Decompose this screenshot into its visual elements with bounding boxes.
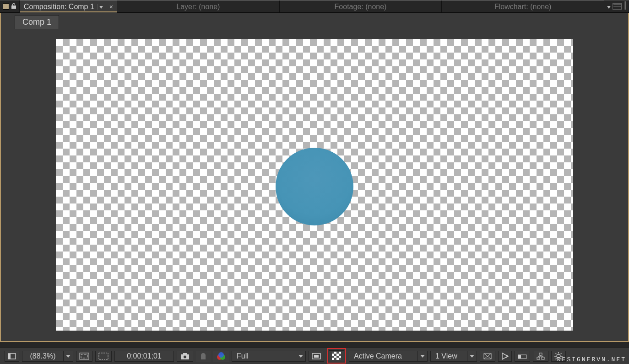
timecode-display[interactable]: 0;00;01;01 — [114, 351, 174, 362]
view-value[interactable]: 1 View — [430, 351, 467, 362]
svg-rect-27 — [539, 353, 542, 355]
composition-panel: Comp 1 — [0, 13, 629, 342]
svg-point-10 — [218, 352, 224, 358]
comp-breadcrumb: Comp 1 — [1, 13, 628, 32]
svg-line-38 — [556, 358, 557, 359]
panel-tab-bar: Composition: Comp 1 × Layer: (none) Foot… — [0, 0, 629, 13]
panel-color-swatch[interactable] — [3, 3, 9, 10]
zoom-dropdown[interactable] — [63, 351, 73, 362]
panel-corner — [0, 0, 20, 12]
svg-rect-16 — [334, 353, 336, 356]
tab-composition-dropdown[interactable] — [97, 4, 105, 10]
svg-rect-14 — [332, 352, 334, 354]
region-of-interest-button[interactable] — [309, 351, 324, 362]
tab-flowchart-label: Flowchart: (none) — [494, 3, 552, 11]
svg-rect-3 — [81, 354, 87, 358]
svg-rect-18 — [332, 356, 334, 358]
panel-grip-icon[interactable] — [624, 1, 626, 11]
svg-rect-28 — [537, 357, 540, 359]
resolution-control: Full — [232, 351, 306, 362]
canvas-wrap — [1, 32, 628, 341]
watermark: DESIGNERVN.NET — [557, 356, 626, 363]
shape-layer-circle[interactable] — [276, 148, 353, 225]
view-layout-control: 1 View — [430, 351, 477, 362]
svg-line-35 — [556, 353, 557, 354]
comp-breadcrumb-item[interactable]: Comp 1 — [15, 15, 59, 29]
pixel-aspect-button[interactable] — [480, 351, 495, 362]
tab-footage-label: Footage: (none) — [335, 3, 387, 11]
svg-rect-1 — [8, 353, 11, 359]
mask-visibility-button[interactable] — [95, 351, 112, 362]
title-safe-button[interactable] — [76, 351, 92, 362]
svg-rect-19 — [336, 356, 339, 358]
svg-rect-21 — [339, 358, 341, 360]
transparency-grid-highlight — [327, 348, 346, 364]
timeline-button[interactable] — [515, 351, 530, 362]
svg-line-37 — [561, 353, 562, 354]
viewer-footer: (88.3%) 0;00;01;01 Full — [0, 348, 629, 364]
tab-composition-label: Composition: Comp 1 — [24, 3, 94, 11]
tab-flowchart[interactable]: Flowchart: (none) — [442, 0, 604, 12]
svg-rect-12 — [314, 355, 319, 358]
show-channel-button[interactable] — [196, 351, 211, 362]
panel-menu-icon[interactable] — [613, 3, 622, 10]
snapshot-button[interactable] — [177, 351, 193, 362]
svg-rect-29 — [542, 357, 544, 359]
svg-rect-4 — [99, 353, 108, 359]
unlock-icon[interactable] — [11, 3, 16, 11]
zoom-control: (88.3%) — [22, 351, 73, 362]
tab-layer[interactable]: Layer: (none) — [117, 0, 280, 12]
panel-right-controls — [604, 0, 629, 12]
svg-rect-15 — [336, 352, 339, 354]
zoom-value[interactable]: (88.3%) — [22, 351, 63, 362]
tab-layer-label: Layer: (none) — [176, 3, 220, 11]
rgb-channels-button[interactable] — [213, 351, 229, 362]
fast-previews-button[interactable] — [498, 351, 512, 362]
tab-composition[interactable]: Composition: Comp 1 × — [20, 0, 117, 12]
resolution-value[interactable]: Full — [232, 351, 296, 362]
toggle-transparency-grid-button[interactable] — [329, 350, 344, 361]
resolution-dropdown[interactable] — [296, 351, 306, 362]
svg-rect-6 — [183, 353, 187, 355]
svg-rect-17 — [339, 353, 341, 356]
always-preview-button[interactable] — [5, 351, 19, 362]
svg-rect-26 — [518, 355, 521, 359]
camera-dropdown[interactable] — [418, 351, 428, 362]
svg-rect-20 — [334, 358, 336, 360]
composition-canvas[interactable] — [56, 39, 573, 331]
view-dropdown[interactable] — [467, 351, 477, 362]
panel-dropdown-icon[interactable] — [607, 2, 611, 11]
svg-point-7 — [184, 355, 186, 358]
camera-value[interactable]: Active Camera — [349, 351, 418, 362]
comp-flowchart-button[interactable] — [533, 351, 548, 362]
tab-footage[interactable]: Footage: (none) — [280, 0, 442, 12]
close-icon[interactable]: × — [108, 3, 113, 11]
camera-control: Active Camera — [349, 351, 428, 362]
